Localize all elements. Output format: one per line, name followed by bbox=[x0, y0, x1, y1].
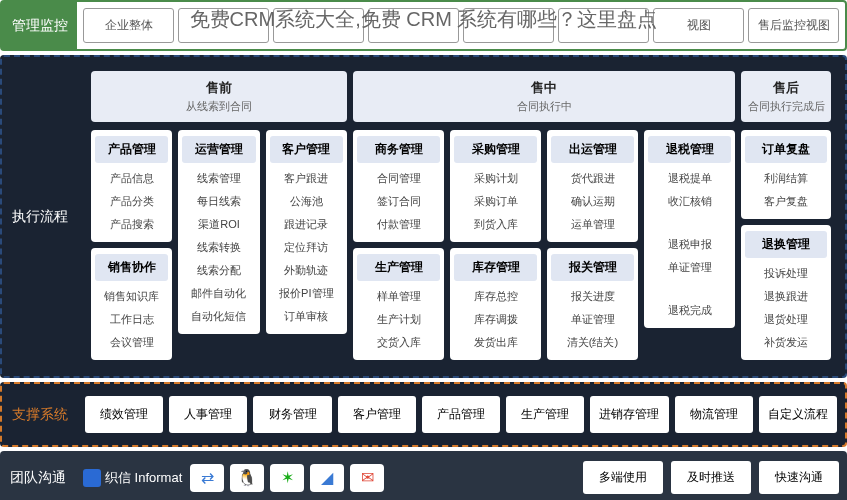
exchange-icon[interactable]: ⇄ bbox=[190, 464, 224, 492]
brand-text: 织信 Informat bbox=[105, 469, 182, 487]
mgmt-item-6[interactable]: 视图 bbox=[653, 8, 744, 43]
module-item[interactable]: 付款管理 bbox=[357, 213, 440, 236]
module-item[interactable]: 退换跟进 bbox=[745, 285, 827, 308]
brand: 织信 Informat bbox=[83, 469, 182, 487]
phase-mid: 售中 合同执行中 bbox=[353, 71, 735, 122]
mgmt-item-0[interactable]: 企业整体 bbox=[83, 8, 174, 43]
mgmt-item-5[interactable] bbox=[558, 8, 649, 43]
module-item[interactable]: 发货出库 bbox=[454, 331, 537, 354]
support-item-1[interactable]: 人事管理 bbox=[169, 396, 247, 433]
module-库存管理: 库存管理库存总控库存调拨发货出库 bbox=[450, 248, 541, 360]
module-title: 出运管理 bbox=[551, 136, 634, 163]
support-item-0[interactable]: 绩效管理 bbox=[85, 396, 163, 433]
module-item[interactable]: 收汇核销 bbox=[648, 190, 731, 213]
module-column: 采购管理采购计划采购订单到货入库库存管理库存总控库存调拨发货出库 bbox=[450, 130, 541, 360]
module-item[interactable]: 客户跟进 bbox=[270, 167, 343, 190]
module-item[interactable]: 订单审核 bbox=[270, 305, 343, 328]
module-item[interactable]: 货代跟进 bbox=[551, 167, 634, 190]
module-item[interactable]: 客户复盘 bbox=[745, 190, 827, 213]
module-item[interactable]: 退税申报 bbox=[648, 233, 731, 256]
module-item[interactable] bbox=[648, 213, 731, 233]
module-item[interactable]: 退税提单 bbox=[648, 167, 731, 190]
module-item[interactable]: 线索管理 bbox=[182, 167, 255, 190]
module-item[interactable]: 退货处理 bbox=[745, 308, 827, 331]
support-item-6[interactable]: 进销存管理 bbox=[590, 396, 668, 433]
module-item[interactable]: 每日线索 bbox=[182, 190, 255, 213]
module-item[interactable]: 邮件自动化 bbox=[182, 282, 255, 305]
support-item-2[interactable]: 财务管理 bbox=[253, 396, 331, 433]
dingtalk-icon[interactable]: ◢ bbox=[310, 464, 344, 492]
section-support: 支撑系统 绩效管理人事管理财务管理客户管理产品管理生产管理进销存管理物流管理自定… bbox=[0, 382, 847, 447]
module-title: 订单复盘 bbox=[745, 136, 827, 163]
module-item[interactable]: 清关(结关) bbox=[551, 331, 634, 354]
mail-icon[interactable]: ✉ bbox=[350, 464, 384, 492]
module-item[interactable]: 交货入库 bbox=[357, 331, 440, 354]
module-退税管理: 退税管理退税提单收汇核销 退税申报单证管理 退税完成 bbox=[644, 130, 735, 328]
module-item[interactable]: 生产计划 bbox=[357, 308, 440, 331]
module-item[interactable]: 产品分类 bbox=[95, 190, 168, 213]
module-item[interactable]: 渠道ROI bbox=[182, 213, 255, 236]
comm-button-2[interactable]: 快速沟通 bbox=[759, 461, 839, 494]
section-communication: 团队沟通 织信 Informat ⇄🐧✶◢✉ 多端使用及时推送快速沟通 bbox=[0, 451, 847, 500]
module-item[interactable]: 产品搜索 bbox=[95, 213, 168, 236]
module-item[interactable]: 签订合同 bbox=[357, 190, 440, 213]
module-item[interactable]: 线索分配 bbox=[182, 259, 255, 282]
module-item[interactable]: 补货发运 bbox=[745, 331, 827, 354]
comm-button-1[interactable]: 及时推送 bbox=[671, 461, 751, 494]
module-退换管理: 退换管理投诉处理退换跟进退货处理补货发运 bbox=[741, 225, 831, 360]
module-item[interactable]: 工作日志 bbox=[95, 308, 168, 331]
module-item[interactable]: 跟进记录 bbox=[270, 213, 343, 236]
module-item[interactable]: 采购订单 bbox=[454, 190, 537, 213]
module-item[interactable] bbox=[648, 279, 731, 299]
module-item[interactable]: 线索转换 bbox=[182, 236, 255, 259]
mgmt-item-2[interactable] bbox=[273, 8, 364, 43]
brand-icon bbox=[83, 469, 101, 487]
module-item[interactable]: 到货入库 bbox=[454, 213, 537, 236]
mgmt-item-7[interactable]: 售后监控视图 bbox=[748, 8, 839, 43]
module-item[interactable]: 报关进度 bbox=[551, 285, 634, 308]
module-item[interactable]: 单证管理 bbox=[648, 256, 731, 279]
phase-row: 售前 从线索到合同 售中 合同执行中 售后 合同执行完成后 bbox=[83, 63, 839, 126]
mgmt-item-1[interactable] bbox=[178, 8, 269, 43]
module-item[interactable]: 会议管理 bbox=[95, 331, 168, 354]
phase-post-title: 售后 bbox=[741, 79, 831, 97]
module-column: 商务管理合同管理签订合同付款管理生产管理样单管理生产计划交货入库 bbox=[353, 130, 444, 360]
section-execution: 执行流程 售前 从线索到合同 售中 合同执行中 售后 合同执行完成后 产品管理产… bbox=[0, 55, 847, 378]
section-management: 管理监控 企业整体视图售后监控视图 bbox=[0, 0, 847, 51]
module-商务管理: 商务管理合同管理签订合同付款管理 bbox=[353, 130, 444, 242]
support-item-3[interactable]: 客户管理 bbox=[338, 396, 416, 433]
module-item[interactable]: 库存调拨 bbox=[454, 308, 537, 331]
support-item-5[interactable]: 生产管理 bbox=[506, 396, 584, 433]
module-item[interactable]: 产品信息 bbox=[95, 167, 168, 190]
module-item[interactable]: 库存总控 bbox=[454, 285, 537, 308]
support-item-4[interactable]: 产品管理 bbox=[422, 396, 500, 433]
module-item[interactable]: 公海池 bbox=[270, 190, 343, 213]
module-item[interactable]: 合同管理 bbox=[357, 167, 440, 190]
module-item[interactable]: 退税完成 bbox=[648, 299, 731, 322]
module-item[interactable]: 单证管理 bbox=[551, 308, 634, 331]
phase-pre-sub: 从线索到合同 bbox=[91, 99, 347, 114]
mgmt-item-3[interactable] bbox=[368, 8, 459, 43]
module-item[interactable]: 利润结算 bbox=[745, 167, 827, 190]
module-item[interactable]: 定位拜访 bbox=[270, 236, 343, 259]
comm-button-0[interactable]: 多端使用 bbox=[583, 461, 663, 494]
module-item[interactable]: 采购计划 bbox=[454, 167, 537, 190]
module-item[interactable]: 投诉处理 bbox=[745, 262, 827, 285]
module-item[interactable]: 确认运期 bbox=[551, 190, 634, 213]
support-item-8[interactable]: 自定义流程 bbox=[759, 396, 837, 433]
support-item-7[interactable]: 物流管理 bbox=[675, 396, 753, 433]
modules-row: 产品管理产品信息产品分类产品搜索销售协作销售知识库工作日志会议管理运营管理线索管… bbox=[83, 126, 839, 370]
module-采购管理: 采购管理采购计划采购订单到货入库 bbox=[450, 130, 541, 242]
qq-icon[interactable]: 🐧 bbox=[230, 464, 264, 492]
module-item[interactable]: 外勤轨迹 bbox=[270, 259, 343, 282]
section-label-support: 支撑系统 bbox=[2, 384, 77, 445]
module-item[interactable]: 自动化短信 bbox=[182, 305, 255, 328]
module-订单复盘: 订单复盘利润结算客户复盘 bbox=[741, 130, 831, 219]
module-item[interactable]: 样单管理 bbox=[357, 285, 440, 308]
module-item[interactable]: 销售知识库 bbox=[95, 285, 168, 308]
mgmt-item-4[interactable] bbox=[463, 8, 554, 43]
module-item[interactable]: 报价PI管理 bbox=[270, 282, 343, 305]
module-item[interactable]: 运单管理 bbox=[551, 213, 634, 236]
module-column: 产品管理产品信息产品分类产品搜索销售协作销售知识库工作日志会议管理 bbox=[91, 130, 172, 360]
wechat-icon[interactable]: ✶ bbox=[270, 464, 304, 492]
